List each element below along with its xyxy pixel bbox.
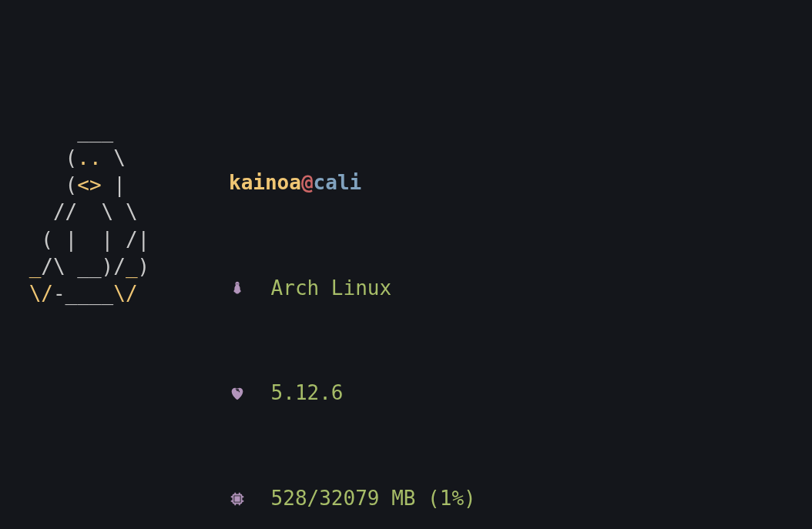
username: kainoa bbox=[229, 170, 301, 196]
user-host-line: kainoa@cali bbox=[229, 170, 595, 197]
memory-value: 528/32079 MB (1%) bbox=[271, 486, 476, 512]
kernel-value: 5.12.6 bbox=[271, 380, 344, 407]
memory-line: 528/32079 MB (1%) bbox=[229, 485, 595, 512]
cpu-icon bbox=[229, 490, 271, 507]
fetch-output: ___ (.. \ (<> | // \ \ ( | | /| _/\ __)/… bbox=[17, 118, 795, 529]
tux-icon bbox=[229, 280, 271, 297]
os-value: Arch Linux bbox=[271, 276, 392, 302]
svg-rect-1 bbox=[235, 497, 240, 501]
ascii-penguin-art: ___ (.. \ (<> | // \ \ ( | | /| _/\ __)/… bbox=[17, 118, 229, 307]
kernel-line: 5.12.6 bbox=[229, 380, 595, 407]
heart-icon bbox=[229, 385, 271, 402]
os-line: Arch Linux bbox=[229, 275, 595, 302]
system-info: kainoa@cali Arch Linux 5.12.6 528/32079 … bbox=[229, 118, 595, 529]
at-separator: @ bbox=[301, 170, 314, 196]
hostname: cali bbox=[314, 170, 362, 196]
